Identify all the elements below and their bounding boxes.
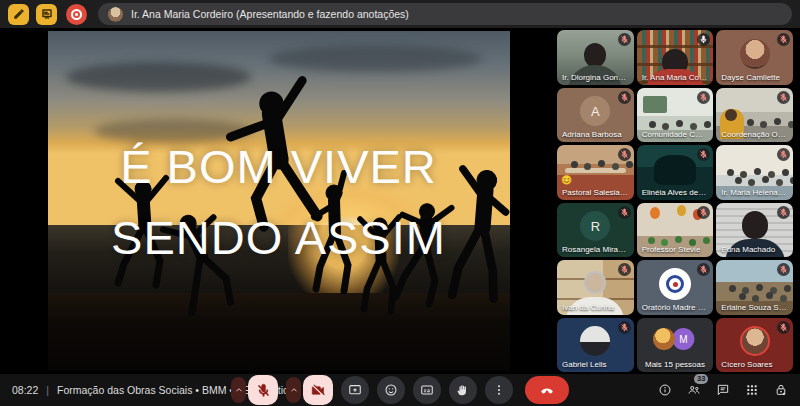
captions-button[interactable] [413, 376, 441, 404]
participant-name: Ir. Ana Maria Cordeiro [637, 70, 714, 85]
divider: | [46, 384, 49, 396]
mic-muted-icon [697, 263, 710, 276]
presenter-pill[interactable]: Ir. Ana Maria Cordeiro (Apresentando e f… [98, 3, 792, 25]
mic-muted-icon [618, 263, 631, 276]
present-screen-button[interactable] [341, 376, 369, 404]
more-options-button[interactable] [485, 376, 513, 404]
participant-name: Dayse Camliette [716, 70, 793, 85]
participant-tile[interactable]: Edna Machado [716, 203, 793, 258]
participant-tile[interactable]: 😊 Pastoral Salesianas [557, 145, 634, 200]
participant-tile[interactable]: Ir. Maria Helena - Diret... [716, 145, 793, 200]
participant-tile[interactable]: Ivan da Cunha [557, 260, 634, 315]
people-panel-button[interactable]: 33 [687, 383, 701, 397]
chevron-up-icon [234, 385, 244, 395]
participant-name: Ivan da Cunha [557, 300, 634, 315]
participant-tile[interactable]: Comunidade CNS PUF [637, 88, 714, 143]
video-decoration [650, 207, 660, 219]
mic-off-icon [256, 383, 271, 398]
record-target-icon [71, 9, 82, 20]
annotation-pen-icon [13, 8, 25, 20]
camera-control-group [286, 375, 333, 405]
participant-tile[interactable]: Gabriel Lelis [557, 318, 634, 373]
bottom-bar: 08:22 | Formação das Obras Sociais • BMM… [0, 374, 800, 406]
activities-button[interactable] [745, 383, 759, 397]
participant-tile[interactable]: Erlaine Souza Santos [716, 260, 793, 315]
main-area: É BOM VIVER SENDO ASSIM Ir. Diorgina Gon… [0, 28, 800, 374]
slide-line-2: SENDO ASSIM [48, 202, 510, 273]
video-decoration [725, 109, 737, 121]
people-icon [687, 383, 701, 397]
participant-avatar [580, 326, 610, 356]
right-controls: 33 [658, 383, 788, 397]
participant-tile[interactable]: A Adriana Barbosa [557, 88, 634, 143]
participant-tile[interactable]: Elinéia Alves de Lima P... [637, 145, 714, 200]
participant-avatar: A [580, 96, 610, 126]
mic-muted-icon [697, 91, 710, 104]
participants-panel: Ir. Diorgina Gonçalves Ir. Ana Maria Cor… [557, 28, 800, 374]
participant-avatar [740, 39, 770, 69]
participant-tile[interactable]: Oratório Madre Moran... [637, 260, 714, 315]
participant-name: Cícero Soares [716, 357, 793, 372]
participant-name: Ir. Maria Helena - Diret... [716, 185, 793, 200]
overflow-tile[interactable]: M Mais 15 pessoas [637, 318, 714, 373]
participant-tile[interactable]: R Rosangela Miranda Sa... [557, 203, 634, 258]
mic-options-button[interactable] [231, 377, 246, 403]
video-decoration [584, 271, 606, 294]
participant-tile[interactable]: Cícero Soares [716, 318, 793, 373]
participant-tile[interactable]: Ir. Ana Maria Cordeiro [637, 30, 714, 85]
presentation-stage[interactable]: É BOM VIVER SENDO ASSIM [0, 28, 557, 374]
slide-line-1: É BOM VIVER [48, 131, 510, 202]
participant-name: Oratório Madre Moran... [637, 300, 714, 315]
mic-muted-icon [618, 321, 631, 334]
camera-toggle-button[interactable] [303, 375, 333, 405]
meet-window: Ir. Ana Maria Cordeiro (Apresentando e f… [0, 0, 800, 406]
participant-count-badge: 33 [694, 374, 708, 384]
participant-name: Ir. Diorgina Gonçalves [557, 70, 634, 85]
video-decoration [735, 177, 742, 184]
mic-on-icon [697, 33, 710, 46]
participant-name: Elinéia Alves de Lima P... [637, 185, 714, 200]
participant-tile[interactable]: Professor Stevie [637, 203, 714, 258]
mic-control-group [231, 375, 278, 405]
meeting-details-button[interactable] [658, 383, 672, 397]
participant-tile[interactable]: Dayse Camliette [716, 30, 793, 85]
mic-muted-icon [777, 321, 790, 334]
captions-icon [420, 383, 434, 397]
record-button[interactable] [66, 4, 87, 25]
overflow-label: Mais 15 pessoas [637, 357, 714, 372]
mic-muted-icon [618, 206, 631, 219]
participant-tile[interactable]: Coordenação Obra Fr... [716, 88, 793, 143]
logo-dot [673, 282, 678, 287]
logo-ring [666, 275, 684, 293]
mic-muted-icon [777, 206, 790, 219]
participant-avatar [740, 326, 770, 356]
participant-tile[interactable]: Ir. Diorgina Gonçalves [557, 30, 634, 85]
participant-name: Erlaine Souza Santos [716, 300, 793, 315]
overflow-avatar-m: M [672, 328, 694, 350]
chat-icon [716, 383, 730, 397]
mic-muted-icon [777, 263, 790, 276]
mic-muted-icon [777, 91, 790, 104]
participant-name: Edna Machado [716, 242, 793, 257]
chat-panel-button[interactable] [716, 383, 730, 397]
video-decoration [729, 285, 736, 292]
participant-name: Coordenação Obra Fr... [716, 127, 793, 142]
raise-hand-icon [456, 383, 470, 397]
shared-slide: É BOM VIVER SENDO ASSIM [48, 31, 510, 371]
mic-toggle-button[interactable] [248, 375, 278, 405]
mic-muted-icon [618, 33, 631, 46]
present-screen-icon [348, 383, 362, 397]
annotation-board-button[interactable] [36, 4, 57, 25]
annotation-pen-button[interactable] [8, 4, 29, 25]
raise-hand-button[interactable] [449, 376, 477, 404]
leave-call-icon [539, 382, 555, 398]
video-decoration [654, 155, 697, 186]
activities-grid-icon [745, 383, 759, 397]
video-decoration [742, 211, 768, 239]
leave-call-button[interactable] [525, 376, 569, 404]
camera-options-button[interactable] [286, 377, 301, 403]
emoji-reactions-button[interactable] [377, 376, 405, 404]
participant-name: Pastoral Salesianas [557, 185, 634, 200]
participant-name: Adriana Barbosa [557, 127, 634, 142]
host-controls-button[interactable] [774, 383, 788, 397]
